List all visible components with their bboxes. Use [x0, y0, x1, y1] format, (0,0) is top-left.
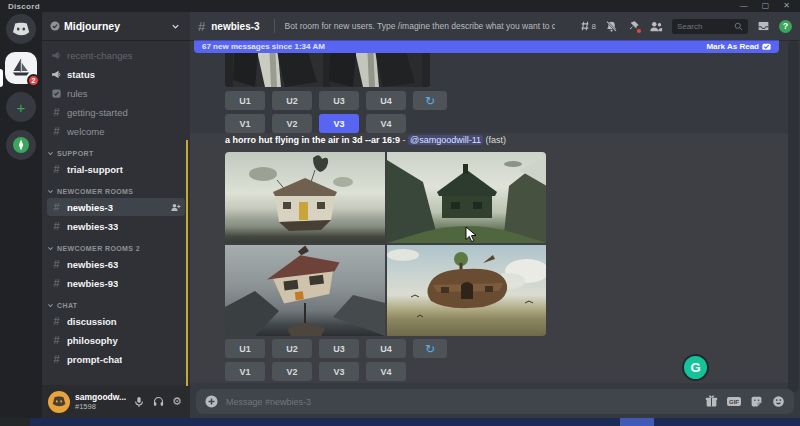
notifications-muted-icon[interactable] [605, 20, 618, 33]
current-v-button-row: V1 V2 V3 V4 [225, 362, 406, 381]
channel-getting-started[interactable]: # getting-started [47, 103, 185, 121]
channel-welcome[interactable]: # welcome [47, 122, 185, 140]
channel-recent-changes[interactable]: recent-changes [47, 46, 185, 64]
add-server-button[interactable]: + [6, 92, 36, 122]
mic-icon[interactable] [132, 394, 146, 410]
sticker-icon[interactable] [750, 395, 763, 408]
hash-icon: # [51, 221, 62, 232]
avatar[interactable] [48, 391, 70, 413]
channel-label: newbies-33 [67, 221, 118, 232]
channel-prompt-chat[interactable]: # prompt-chat [47, 350, 185, 368]
channel-label: status [67, 69, 95, 80]
mention-badge: 2 [27, 74, 40, 87]
titlebar: Discord — ▢ ✕ [0, 0, 800, 12]
server-icon-midjourney[interactable]: 2 [5, 52, 37, 84]
emoji-icon[interactable] [772, 395, 785, 408]
v3-button[interactable]: V3 [319, 362, 359, 381]
home-button[interactable] [6, 14, 36, 44]
search-input[interactable]: Search [672, 19, 748, 34]
image-quadrant-4[interactable] [387, 245, 547, 336]
reroll-button[interactable]: ↻ [413, 91, 447, 110]
channel-trial-support[interactable]: # trial-support [47, 160, 185, 178]
rules-icon [51, 88, 62, 99]
window-title: Discord [8, 2, 40, 11]
create-invite-icon[interactable] [170, 202, 181, 213]
generated-image-grid[interactable] [225, 152, 546, 336]
image-quadrant-3[interactable] [225, 245, 385, 336]
refresh-icon: ↻ [425, 94, 435, 108]
channel-discussion[interactable]: # discussion [47, 312, 185, 330]
channel-status[interactable]: status [47, 65, 185, 83]
user-discriminator: #1598 [75, 402, 127, 411]
channel-label: rules [67, 88, 88, 99]
chat-scrollbar[interactable] [788, 40, 799, 392]
message-prompt-line: a horro hut flying in the air in 3d --ar… [225, 135, 506, 145]
channel-newbies-63[interactable]: # newbies-63 [47, 255, 185, 273]
headphones-icon[interactable] [151, 394, 165, 410]
u2-button[interactable]: U2 [272, 91, 312, 110]
threads-icon[interactable]: 8 [579, 20, 596, 32]
help-icon[interactable]: ? [779, 20, 792, 33]
section-label: NEWCOMER ROOMS 2 [57, 245, 140, 252]
user-info[interactable]: samgoodw... #1598 [75, 392, 127, 411]
u3-button[interactable]: U3 [319, 339, 359, 358]
v4-button[interactable]: V4 [366, 362, 406, 381]
section-chat[interactable]: CHAT [42, 298, 190, 312]
v2-button[interactable]: V2 [272, 362, 312, 381]
section-newcomer-rooms[interactable]: NEWCOMER ROOMS [42, 184, 190, 198]
section-newcomer-rooms-2[interactable]: NEWCOMER ROOMS 2 [42, 241, 190, 255]
u4-button[interactable]: U4 [366, 91, 406, 110]
channel-title: newbies-3 [211, 21, 259, 32]
hash-icon: # [51, 259, 62, 270]
header-divider [274, 19, 275, 33]
section-support[interactable]: SUPPORT [42, 146, 190, 160]
explore-servers-button[interactable] [6, 130, 36, 160]
channel-philosophy[interactable]: # philosophy [47, 331, 185, 349]
new-messages-bar[interactable]: 67 new messages since 1:34 AM Mark As Re… [194, 40, 779, 53]
u1-button[interactable]: U1 [225, 339, 265, 358]
inbox-icon[interactable] [757, 20, 770, 32]
message-input[interactable] [226, 397, 697, 407]
minimize-button[interactable]: — [740, 0, 748, 12]
v3-button-active[interactable]: V3 [319, 114, 359, 133]
server-header[interactable]: Midjourney [42, 12, 190, 40]
prompt-mode: (fast) [486, 135, 507, 145]
u3-button[interactable]: U3 [319, 91, 359, 110]
hash-icon: # [198, 19, 205, 34]
mark-as-read-button[interactable]: Mark As Read [706, 42, 771, 51]
prompt-dash: - [403, 135, 406, 145]
v4-button[interactable]: V4 [366, 114, 406, 133]
channel-rules[interactable]: rules [47, 84, 185, 102]
gear-icon[interactable]: ⚙ [170, 394, 184, 410]
close-button[interactable]: ✕ [783, 0, 790, 12]
previous-v-button-row: V1 V2 V3 V4 [225, 114, 406, 133]
channel-newbies-3[interactable]: # newbies-3 [47, 198, 185, 216]
u1-button[interactable]: U1 [225, 91, 265, 110]
gift-icon[interactable] [705, 395, 718, 408]
maximize-button[interactable]: ▢ [762, 0, 770, 12]
section-chevron-icon [47, 245, 54, 252]
image-quadrant-1[interactable] [225, 152, 385, 243]
v2-button[interactable]: V2 [272, 114, 312, 133]
channel-label: newbies-93 [67, 278, 118, 289]
pinned-messages-icon[interactable] [627, 20, 640, 33]
v1-button[interactable]: V1 [225, 362, 265, 381]
hash-icon: # [51, 202, 62, 213]
u4-button[interactable]: U4 [366, 339, 406, 358]
yellow-overlay-line [186, 140, 188, 386]
channel-newbies-33[interactable]: # newbies-33 [47, 217, 185, 235]
member-list-icon[interactable] [649, 20, 663, 33]
user-mention[interactable]: @samgoodwill-11 [408, 135, 483, 145]
reroll-button[interactable]: ↻ [413, 339, 447, 358]
gif-picker-icon[interactable]: GIF [727, 397, 741, 406]
channel-newbies-93[interactable]: # newbies-93 [47, 274, 185, 292]
selected-server-pill [0, 69, 3, 87]
u2-button[interactable]: U2 [272, 339, 312, 358]
attach-plus-icon[interactable] [205, 395, 218, 408]
chat-header: # newbies-3 Bot room for new users. Type… [190, 12, 800, 40]
megaphone-icon [51, 69, 62, 80]
grammarly-icon[interactable]: G [682, 354, 709, 381]
v1-button[interactable]: V1 [225, 114, 265, 133]
verified-badge-icon [50, 21, 60, 31]
channel-topic[interactable]: Bot room for new users. Type /imagine th… [285, 21, 555, 31]
